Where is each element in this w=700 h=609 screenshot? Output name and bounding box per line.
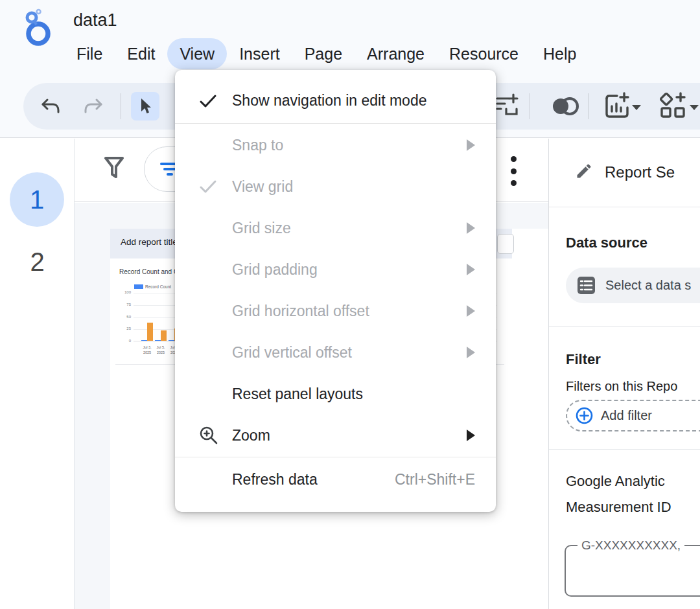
menu-arrange[interactable]: Arrange — [355, 38, 437, 69]
menu-help[interactable]: Help — [531, 38, 589, 69]
add-control-button[interactable] — [659, 93, 688, 119]
submenu-arrow-icon — [467, 222, 475, 234]
add-data-icon — [495, 93, 520, 119]
submenu-arrow-icon — [467, 305, 475, 317]
submenu-arrow-icon — [467, 347, 475, 358]
menu-item-show-navigation[interactable]: Show navigation in edit mode — [175, 79, 496, 122]
menu-edit[interactable]: Edit — [115, 38, 167, 69]
menu-item-zoom[interactable]: Zoom — [175, 415, 496, 456]
y-axis-tick: 75 — [115, 303, 131, 306]
ga-heading-line2: Measurement ID — [566, 499, 671, 516]
pencil-icon — [575, 162, 593, 180]
more-options-button[interactable] — [510, 156, 517, 186]
toolbar-separator — [588, 93, 589, 119]
add-chart-button[interactable] — [602, 93, 632, 119]
submenu-arrow-icon — [467, 264, 475, 275]
menu-page[interactable]: Page — [292, 38, 355, 69]
chart-title: Record Count and C — [119, 268, 178, 275]
divider — [549, 326, 700, 327]
menubar: File Edit View Insert Page Arrange Resou… — [64, 38, 589, 69]
blend-data-button[interactable] — [550, 93, 581, 119]
keyboard-shortcut: Ctrl+Shift+E — [395, 471, 475, 488]
bar-record-count — [141, 340, 147, 341]
page-2-button[interactable]: 2 — [0, 247, 75, 277]
filter-subtext: Filters on this Repo — [566, 379, 677, 394]
ga-heading-line1: Google Analytic — [566, 473, 665, 490]
y-axis-tick: 25 — [115, 327, 131, 330]
y-axis-tick: 100 — [115, 290, 131, 294]
panel-header: Report Se — [549, 139, 700, 207]
menu-insert[interactable]: Insert — [227, 38, 292, 69]
chevron-down-icon — [632, 105, 641, 110]
menu-item-refresh-data[interactable]: Refresh data Ctrl+Shift+E — [175, 458, 496, 501]
undo-icon — [41, 97, 60, 115]
menu-item-grid-horizontal-offset: Grid horizontal offset — [175, 290, 496, 332]
zoom-in-icon — [198, 425, 232, 446]
add-data-button[interactable] — [495, 93, 520, 119]
bar-series2 — [161, 330, 167, 341]
add-filter-label: Add filter — [601, 408, 652, 423]
filter-funnel-icon[interactable] — [104, 155, 124, 181]
report-title[interactable]: data1 — [73, 10, 117, 30]
redo-button[interactable] — [80, 93, 106, 119]
menu-item-grid-padding: Grid padding — [175, 249, 496, 290]
ga-input-label: G-XXXXXXXXXX, — [578, 538, 684, 553]
data-source-heading: Data source — [566, 235, 648, 251]
menu-item-snap-to: Snap to — [175, 124, 496, 166]
add-circle-icon — [576, 407, 593, 424]
data-source-icon — [578, 277, 595, 294]
y-axis-tick: 0 — [115, 339, 131, 343]
checkmark-icon — [198, 178, 232, 195]
legend-label: Record Count — [145, 284, 171, 289]
view-menu-dropdown: Show navigation in edit mode Snap to Vie… — [175, 70, 496, 512]
menu-item-view-grid: View grid — [175, 166, 496, 207]
y-axis-tick: 50 — [115, 315, 131, 319]
page-1-button[interactable]: 1 — [10, 172, 64, 227]
legend-swatch-record-count — [134, 284, 143, 289]
chevron-down-icon — [690, 105, 699, 110]
bar-record-count — [155, 340, 161, 341]
bar-record-count — [169, 340, 174, 341]
select-data-source-button[interactable]: Select a data s — [566, 268, 700, 303]
select-data-source-label: Select a data s — [605, 278, 691, 293]
toolbar-separator — [121, 93, 121, 119]
menu-resource[interactable]: Resource — [437, 38, 531, 69]
submenu-arrow-icon — [467, 430, 475, 441]
add-filter-button[interactable]: Add filter — [566, 400, 700, 431]
submenu-arrow-icon — [467, 139, 475, 151]
looker-studio-logo — [21, 8, 54, 48]
redo-icon — [84, 97, 103, 115]
menu-item-reset-panel-layouts[interactable]: Reset panel layouts — [175, 373, 496, 415]
more-options-icon — [511, 156, 517, 162]
pages-panel: 1 2 — [0, 139, 75, 609]
menu-view[interactable]: View — [167, 38, 227, 69]
divider — [549, 449, 700, 450]
add-control-icon — [659, 92, 688, 121]
select-cursor-icon — [137, 97, 154, 115]
menu-file[interactable]: File — [64, 38, 115, 69]
toolbar-separator — [530, 93, 530, 119]
select-tool-button[interactable] — [131, 92, 159, 121]
report-settings-panel: Report Se Data source Select a data s Fi… — [548, 139, 700, 609]
undo-button[interactable] — [38, 93, 64, 119]
menu-separator — [175, 457, 496, 457]
menu-separator — [175, 123, 496, 124]
blend-data-icon — [551, 97, 579, 116]
filter-heading: Filter — [566, 351, 601, 368]
title-band-control[interactable] — [497, 234, 514, 254]
ga-measurement-id-input[interactable] — [565, 545, 700, 597]
menu-item-grid-size: Grid size — [175, 207, 496, 249]
bar-series2 — [147, 323, 153, 341]
checkmark-icon — [198, 93, 232, 109]
report-title-placeholder[interactable]: Add report title — [121, 237, 178, 247]
add-chart-icon — [603, 92, 631, 121]
menu-item-grid-vertical-offset: Grid vertical offset — [175, 332, 496, 373]
panel-title: Report Se — [605, 163, 675, 181]
